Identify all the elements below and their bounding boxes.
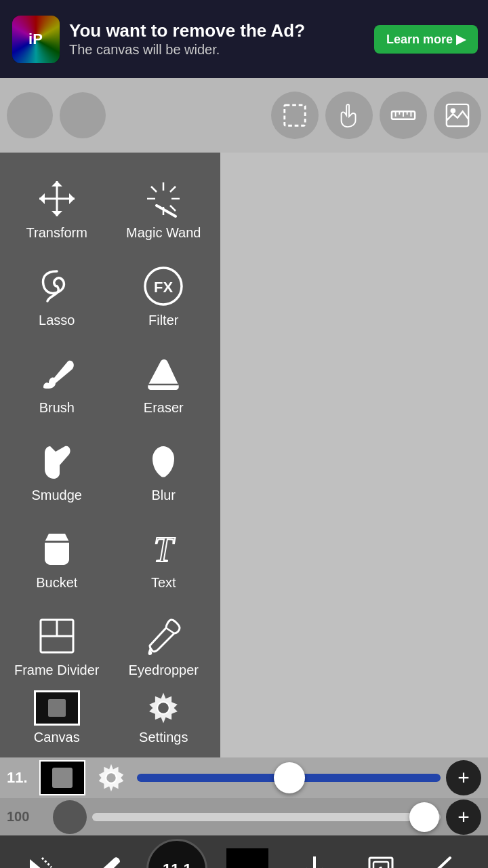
ad-title: You want to remove the Ad? [69,20,366,41]
svg-line-15 [151,186,157,192]
canvas-tool[interactable]: Canvas [3,688,110,751]
smudge-label: Smudge [32,488,83,503]
magic-wand-tool[interactable]: Magic Wand [110,163,218,250]
eyedropper-tool[interactable]: Eyedropper [110,600,218,688]
transform-icon [33,175,81,222]
frame-divider-tool[interactable]: Frame Divider [3,600,110,688]
layers-button[interactable]: 1 [354,842,408,868]
svg-text:FX: FX [154,279,173,296]
bucket-icon [33,525,81,572]
blur-tool[interactable]: Blur [110,425,218,513]
settings-icon [140,690,186,726]
slider2-thumb[interactable] [409,802,439,832]
svg-text:1: 1 [378,865,384,868]
svg-line-17 [170,186,176,192]
slider1-prefix: 11. [7,769,34,787]
zoom-level-button[interactable]: 11.1 [146,839,207,868]
top-toolbar [0,78,488,153]
learn-more-button[interactable]: Learn more ▶ [374,25,478,54]
ruler-tool-button[interactable] [380,92,427,139]
touch-icon [336,102,362,128]
magic-wand-label: Magic Wand [126,225,201,241]
brush-label: Brush [39,400,75,416]
frame-divider-label: Frame Divider [14,663,100,678]
color-picker-button[interactable] [220,842,274,868]
smudge-tool[interactable]: Smudge [3,425,110,513]
download-icon [298,852,331,868]
redo-button[interactable] [60,92,106,138]
main-area: Transform [0,153,488,757]
blur-icon [140,437,187,485]
back-button[interactable] [421,842,475,868]
layers-icon: 1 [364,852,398,868]
tool-settings-row: Canvas Settings [3,688,217,751]
ad-subtitle: The canvas will be wider. [69,42,366,58]
canvas-area[interactable] [220,153,488,757]
ad-app-icon [10,14,61,64]
slider1-thumb[interactable] [274,762,305,793]
lasso-tool[interactable]: Lasso [3,250,110,338]
ad-banner: You want to remove the Ad? The canvas wi… [0,0,488,78]
svg-point-31 [106,773,115,782]
bucket-tool[interactable]: Bucket [3,513,110,600]
export-button[interactable] [287,842,342,868]
svg-point-8 [451,108,456,114]
slider2-track-wrap[interactable] [92,813,441,821]
frame-divider-icon [33,612,81,660]
svg-line-27 [166,628,174,633]
filter-tool[interactable]: FX Filter [110,250,218,338]
svg-line-16 [170,205,176,211]
canvas-preview-thumb [48,699,66,717]
eraser-label: Eraser [144,400,184,416]
eyedropper-icon [140,612,187,660]
eyedropper-label: Eyedropper [129,663,199,678]
ad-text-block: You want to remove the Ad? The canvas wi… [69,20,366,57]
filter-label: Filter [148,313,178,328]
svg-text:T: T [154,530,176,569]
brush-tool[interactable]: Brush [3,338,110,425]
brush-icon [33,350,81,397]
lasso-label: Lasso [39,313,75,328]
blur-label: Blur [151,488,176,503]
undo-button[interactable] [7,92,53,138]
select-tool-button[interactable] [271,92,319,139]
zoom-value: 11.1 [163,862,192,868]
gallery-icon [445,102,470,128]
smudge-icon [33,437,81,485]
magic-wand-icon [140,175,187,222]
transform-tool[interactable]: Transform [3,163,110,250]
settings-icon-btn[interactable] [91,760,131,795]
lasso-icon [33,262,81,310]
canvas-label: Canvas [34,730,80,745]
back-arrow-icon [431,852,465,868]
text-icon: T [140,525,187,572]
slider1-track-wrap[interactable] [137,774,441,782]
filter-icon: FX [140,262,187,310]
slider1-plus-button[interactable]: + [446,760,481,795]
settings-tool[interactable]: Settings [110,688,218,751]
eraser-icon [140,350,187,397]
bucket-label: Bucket [36,575,77,591]
bottom-pencil-tool[interactable] [80,842,134,868]
gear-icon [95,762,127,794]
svg-line-32 [42,858,52,867]
eraser-tool[interactable]: Eraser [110,338,218,425]
pencil-icon [90,852,124,868]
canvas-preview [34,690,80,726]
bottom-select-icon [23,852,57,868]
tools-grid: Transform [3,163,217,688]
marquee-icon [282,102,308,128]
gallery-button[interactable] [434,92,481,139]
slider2-label: 100 [7,809,47,825]
slider-row-2: 100 + [0,798,488,835]
tool-panel: Transform [0,153,220,757]
bottom-select-tool[interactable] [13,842,67,868]
svg-point-29 [158,703,169,713]
color-square [226,848,268,868]
bottom-toolbar: 11.1 1 [0,835,488,868]
ruler-icon [390,102,416,128]
text-tool[interactable]: T Text [110,513,218,600]
slider2-plus-button[interactable]: + [446,800,481,835]
touch-tool-button[interactable] [325,92,373,139]
slider-row-1: 11. + [0,757,488,798]
